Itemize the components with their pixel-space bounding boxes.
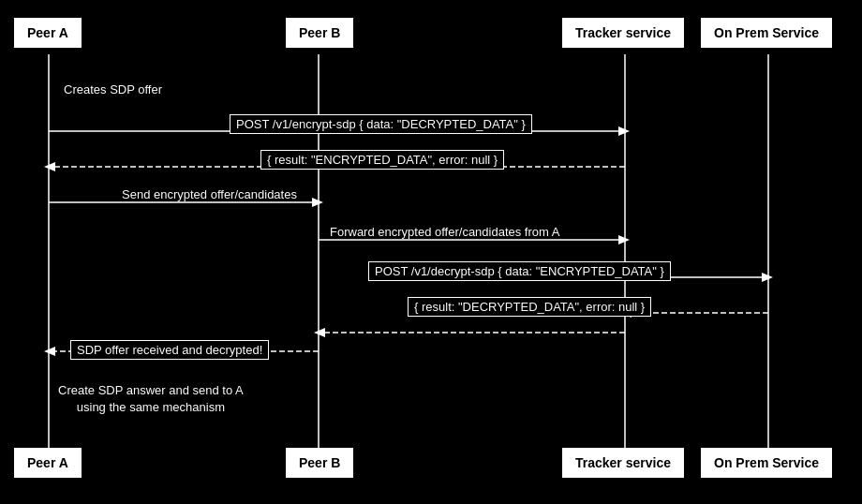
arrows-svg (0, 0, 862, 504)
actor-onprem-top: On Prem Service (701, 18, 832, 48)
sequence-diagram: Peer A Peer B Tracker service On Prem Se… (0, 0, 862, 504)
svg-marker-11 (618, 235, 630, 245)
msg-creates-sdp: Creates SDP offer (64, 82, 162, 96)
actor-tracker-top: Tracker service (562, 18, 684, 48)
actor-peer-a-bottom: Peer A (14, 448, 82, 478)
svg-marker-13 (762, 273, 773, 282)
actor-peer-b-top: Peer B (286, 18, 353, 48)
actor-onprem-bottom: On Prem Service (701, 448, 832, 478)
actor-peer-a-top: Peer A (14, 18, 82, 48)
actor-tracker-bottom: Tracker service (562, 448, 684, 478)
svg-marker-19 (44, 347, 55, 356)
svg-marker-17 (314, 328, 325, 337)
actor-peer-b-bottom: Peer B (286, 448, 353, 478)
msg-create-sdp-answer: Create SDP answer and send to Ausing the… (58, 382, 244, 416)
msg-result-encrypted: { result: "ENCRYPTED_DATA", error: null … (260, 150, 504, 170)
msg-sdp-offer-received: SDP offer received and decrypted! (70, 340, 269, 360)
msg-post-decrypt: POST /v1/decrypt-sdp { data: "ENCRYPTED_… (368, 261, 671, 281)
svg-marker-5 (618, 126, 630, 136)
msg-send-encrypted: Send encrypted offer/candidates (122, 187, 297, 201)
msg-result-decrypted: { result: "DECRYPTED_DATA", error: null … (408, 297, 651, 317)
svg-marker-7 (44, 162, 55, 171)
svg-marker-9 (312, 198, 323, 207)
msg-forward-encrypted: Forward encrypted offer/candidates from … (330, 225, 559, 239)
msg-post-encrypt: POST /v1/encrypt-sdp { data: "DECRYPTED_… (230, 114, 532, 134)
